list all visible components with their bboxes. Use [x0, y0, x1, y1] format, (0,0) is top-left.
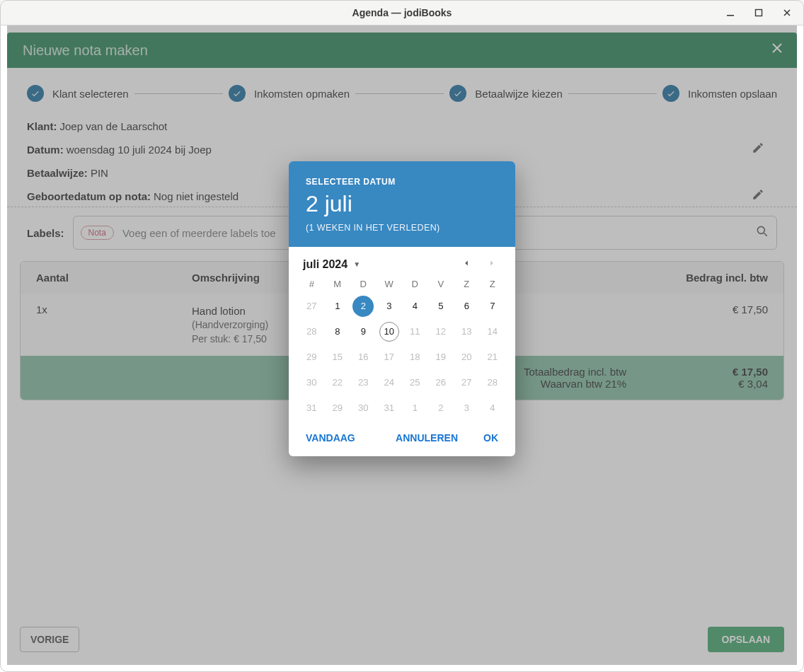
svg-rect-0	[727, 15, 734, 16]
weekday-header: D	[350, 279, 377, 289]
calendar-day: 3	[454, 400, 480, 417]
ok-button[interactable]: OK	[483, 432, 498, 444]
datepicker-actions: VANDAAG ANNULEREN OK	[289, 422, 515, 456]
calendar-day: 24	[377, 374, 403, 391]
calendar-day: 22	[325, 374, 351, 391]
svg-rect-1	[756, 9, 762, 16]
calendar-day[interactable]: 4	[402, 298, 428, 315]
calendar-day[interactable]: 2	[350, 298, 377, 315]
datepicker-label: SELECTEER DATUM	[306, 177, 498, 187]
calendar-day: 23	[350, 374, 377, 391]
datepicker-header: SELECTEER DATUM 2 juli (1 WEKEN IN HET V…	[289, 161, 515, 247]
calendar-day[interactable]: 8	[325, 323, 351, 340]
next-month-button[interactable]	[483, 254, 501, 274]
calendar-day[interactable]: 6	[454, 298, 480, 315]
maximize-button[interactable]	[746, 3, 771, 23]
datepicker-relative-note: (1 WEKEN IN HET VERLEDEN)	[306, 223, 498, 233]
chevron-down-icon: ▼	[353, 260, 360, 268]
minimize-button[interactable]	[718, 3, 743, 23]
calendar-day[interactable]: 5	[428, 298, 454, 315]
calendar-day[interactable]: 1	[325, 298, 351, 315]
cancel-button[interactable]: ANNULEREN	[396, 432, 458, 444]
weekday-header: Z	[454, 279, 480, 289]
week-number: 29	[299, 349, 325, 366]
calendar-day[interactable]: 3	[377, 298, 403, 315]
calendar-day: 25	[402, 374, 428, 391]
calendar-day: 29	[325, 400, 351, 417]
window-controls	[718, 0, 800, 25]
datepicker-month-row: juli 2024 ▼	[289, 247, 515, 279]
calendar-day: 16	[350, 349, 377, 366]
datepicker-calendar-grid: # M D W D V Z Z 271234567288910111213142…	[289, 279, 515, 422]
calendar-day: 21	[480, 349, 506, 366]
window-titlebar: Agenda — jodiBooks	[0, 0, 804, 25]
window-title: Agenda — jodiBooks	[352, 7, 452, 18]
weekday-header: #	[299, 279, 325, 289]
prev-month-button[interactable]	[457, 254, 476, 274]
close-window-button[interactable]	[774, 3, 800, 23]
calendar-day: 30	[350, 400, 377, 417]
calendar-day: 4	[480, 400, 506, 417]
calendar-day: 1	[402, 400, 428, 417]
calendar-day: 12	[428, 323, 454, 340]
calendar-day: 2	[428, 400, 454, 417]
datepicker-selected-display: 2 juli	[306, 191, 498, 217]
calendar-day: 31	[377, 400, 403, 417]
week-number: 30	[299, 374, 325, 391]
weekday-header: Z	[480, 279, 506, 289]
calendar-day[interactable]: 7	[480, 298, 506, 315]
calendar-day: 11	[402, 323, 428, 340]
today-button[interactable]: VANDAAG	[306, 432, 355, 444]
date-picker-modal: SELECTEER DATUM 2 juli (1 WEKEN IN HET V…	[289, 161, 515, 456]
calendar-day: 13	[454, 323, 480, 340]
calendar-day: 27	[454, 374, 480, 391]
calendar-day: 26	[428, 374, 454, 391]
datepicker-month-label: juli 2024	[303, 258, 348, 271]
weekday-header: W	[377, 279, 403, 289]
weekday-header: M	[325, 279, 351, 289]
weekday-header: V	[428, 279, 454, 289]
week-number: 27	[299, 298, 325, 315]
datepicker-nav	[457, 254, 501, 274]
calendar-day: 14	[480, 323, 506, 340]
calendar-day: 20	[454, 349, 480, 366]
calendar-day: 15	[325, 349, 351, 366]
week-number: 31	[299, 400, 325, 417]
calendar-day[interactable]: 9	[350, 323, 377, 340]
week-number: 28	[299, 323, 325, 340]
calendar-day[interactable]: 10	[377, 323, 403, 340]
weekday-header: D	[402, 279, 428, 289]
calendar-day: 18	[402, 349, 428, 366]
calendar-day: 28	[480, 374, 506, 391]
datepicker-month-picker[interactable]: juli 2024 ▼	[303, 258, 360, 271]
calendar-day: 17	[377, 349, 403, 366]
calendar-day: 19	[428, 349, 454, 366]
